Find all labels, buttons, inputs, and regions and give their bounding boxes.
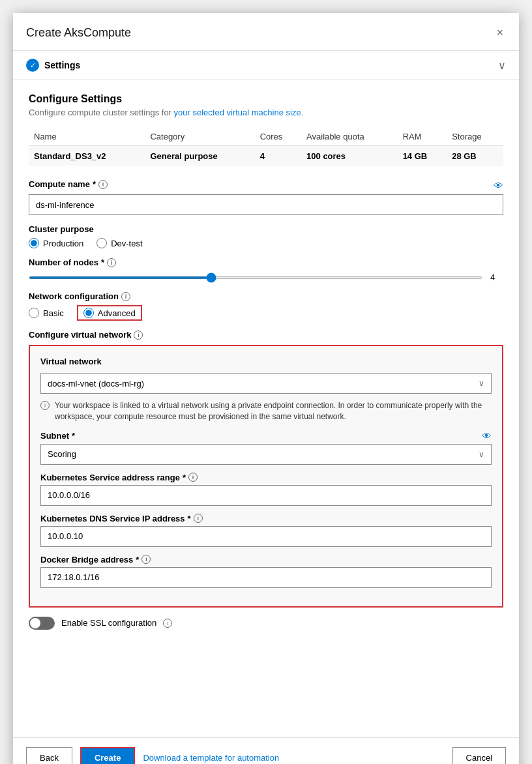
cancel-button[interactable]: Cancel xyxy=(452,747,506,764)
docker-bridge-group: Docker Bridge address * i xyxy=(40,555,492,588)
col-name: Name xyxy=(29,128,145,146)
k8s-dns-label-text: Kubernetes DNS Service IP address xyxy=(40,514,185,523)
radio-devtest-label: Dev-test xyxy=(111,239,142,248)
nodes-slider-container: 4 xyxy=(29,272,503,282)
subtitle-text: Configure compute cluster settings for xyxy=(29,108,171,117)
vnet-dropdown-chevron-icon: ∨ xyxy=(479,379,484,388)
create-button[interactable]: Create xyxy=(80,747,135,764)
subnet-label-row: Subnet * 👁 xyxy=(40,430,492,441)
subtitle-link[interactable]: your selected virtual machine size. xyxy=(174,108,304,117)
k8s-service-input[interactable] xyxy=(40,485,492,506)
network-config-text: Network configuration xyxy=(29,291,119,301)
compute-name-info-icon[interactable]: i xyxy=(98,180,108,189)
network-config-info-icon[interactable]: i xyxy=(121,292,130,301)
subnet-required: * xyxy=(72,431,75,441)
k8s-dns-info-icon[interactable]: i xyxy=(194,514,203,523)
main-content: Configure Settings Configure compute clu… xyxy=(13,80,519,737)
k8s-service-info-icon[interactable]: i xyxy=(188,473,198,482)
cluster-purpose-radio-group: Production Dev-test xyxy=(29,238,503,248)
docker-bridge-input[interactable] xyxy=(40,567,492,588)
nodes-group: Number of nodes * i 4 xyxy=(29,257,503,282)
radio-devtest[interactable]: Dev-test xyxy=(96,238,142,248)
compute-name-required: * xyxy=(93,179,96,189)
docker-bridge-info-icon[interactable]: i xyxy=(141,555,151,564)
col-category: Category xyxy=(145,128,254,146)
row-category: General purpose xyxy=(145,146,254,167)
row-name: Standard_DS3_v2 xyxy=(29,146,145,167)
radio-advanced-input[interactable] xyxy=(83,308,94,318)
compute-name-text: Compute name xyxy=(29,179,90,189)
radio-production-label: Production xyxy=(43,239,83,248)
vnet-config-text: Configure virtual network xyxy=(29,330,131,340)
radio-devtest-input[interactable] xyxy=(96,238,107,248)
compute-name-label-row: Compute name * i 👁 xyxy=(29,179,503,192)
vnet-dropdown[interactable]: docs-ml-vnet (docs-ml-rg) ∨ xyxy=(40,373,492,394)
settings-label: Settings xyxy=(44,60,80,70)
k8s-dns-group: Kubernetes DNS Service IP address * i xyxy=(40,514,492,547)
settings-header-left: ✓ Settings xyxy=(26,59,80,72)
radio-basic-input[interactable] xyxy=(29,308,39,318)
settings-chevron-icon[interactable]: ∨ xyxy=(498,59,506,72)
vnet-info-box: i Your workspace is linked to a virtual … xyxy=(40,400,492,422)
nodes-info-icon[interactable]: i xyxy=(107,258,116,267)
radio-basic[interactable]: Basic xyxy=(29,308,64,318)
compute-name-eye-icon[interactable]: 👁 xyxy=(494,180,503,191)
section-title: Configure Settings xyxy=(29,93,503,105)
table-row: Standard_DS3_v2 General purpose 4 100 co… xyxy=(29,146,503,167)
subnet-label: Subnet * xyxy=(40,431,75,441)
network-config-group: Network configuration i Basic Advanced xyxy=(29,291,503,321)
docker-bridge-required: * xyxy=(136,555,139,565)
automation-link[interactable]: Download a template for automation xyxy=(143,753,279,763)
ssl-toggle[interactable] xyxy=(29,617,55,630)
radio-basic-label: Basic xyxy=(43,308,64,318)
check-circle-icon: ✓ xyxy=(26,59,39,72)
nodes-required: * xyxy=(101,257,104,267)
radio-production-input[interactable] xyxy=(29,238,39,248)
ssl-info-icon[interactable]: i xyxy=(163,619,172,628)
settings-header[interactable]: ✓ Settings ∨ xyxy=(13,51,519,80)
compute-name-label: Compute name * i xyxy=(29,179,108,189)
row-ram: 14 GB xyxy=(398,146,447,167)
col-ram: RAM xyxy=(398,128,447,146)
k8s-dns-label: Kubernetes DNS Service IP address * i xyxy=(40,514,492,523)
ssl-label: Enable SSL configuration xyxy=(61,618,156,628)
network-config-label: Network configuration i xyxy=(29,291,503,301)
nodes-slider[interactable] xyxy=(29,276,482,279)
subnet-dropdown[interactable]: Scoring ∨ xyxy=(40,444,492,465)
col-quota: Available quota xyxy=(301,128,398,146)
vnet-dropdown-value: docs-ml-vnet (docs-ml-rg) xyxy=(48,379,144,389)
dialog-title: Create AksCompute xyxy=(26,26,131,40)
radio-production[interactable]: Production xyxy=(29,238,83,248)
back-button[interactable]: Back xyxy=(26,747,72,764)
subnet-eye-icon[interactable]: 👁 xyxy=(482,430,492,441)
cluster-purpose-label: Cluster purpose xyxy=(29,224,503,234)
row-cores: 4 xyxy=(255,146,301,167)
subnet-dropdown-value: Scoring xyxy=(48,449,76,459)
vnet-config-label: Configure virtual network i xyxy=(29,330,503,340)
subnet-group: Subnet * 👁 Scoring ∨ xyxy=(40,430,492,465)
cluster-purpose-group: Cluster purpose Production Dev-test xyxy=(29,224,503,248)
dialog: Create AksCompute × ✓ Settings ∨ Configu… xyxy=(13,13,519,764)
nodes-value: 4 xyxy=(490,272,503,282)
nodes-label: Number of nodes * i xyxy=(29,257,503,267)
vnet-config-info-icon[interactable]: i xyxy=(134,331,143,340)
docker-bridge-label-text: Docker Bridge address xyxy=(40,555,133,565)
nodes-label-text: Number of nodes xyxy=(29,257,98,267)
virtual-network-box: Virtual network docs-ml-vnet (docs-ml-rg… xyxy=(29,345,503,608)
subnet-label-text: Subnet xyxy=(40,431,69,441)
compute-name-group: Compute name * i 👁 xyxy=(29,179,503,215)
vnet-box-title: Virtual network xyxy=(40,357,492,366)
network-radio-group: Basic Advanced xyxy=(29,305,503,321)
radio-advanced[interactable]: Advanced xyxy=(77,305,142,321)
toggle-knob xyxy=(30,618,40,628)
subnet-chevron-icon: ∨ xyxy=(479,450,484,459)
dialog-footer: Back Create Download a template for auto… xyxy=(13,737,519,764)
col-storage: Storage xyxy=(447,128,503,146)
close-button[interactable]: × xyxy=(494,23,506,42)
row-storage: 28 GB xyxy=(447,146,503,167)
k8s-dns-input[interactable] xyxy=(40,526,492,547)
compute-name-input[interactable] xyxy=(29,194,503,215)
k8s-service-required: * xyxy=(183,473,186,482)
vnet-info-icon: i xyxy=(40,401,50,410)
vm-table: Name Category Cores Available quota RAM … xyxy=(29,128,503,166)
